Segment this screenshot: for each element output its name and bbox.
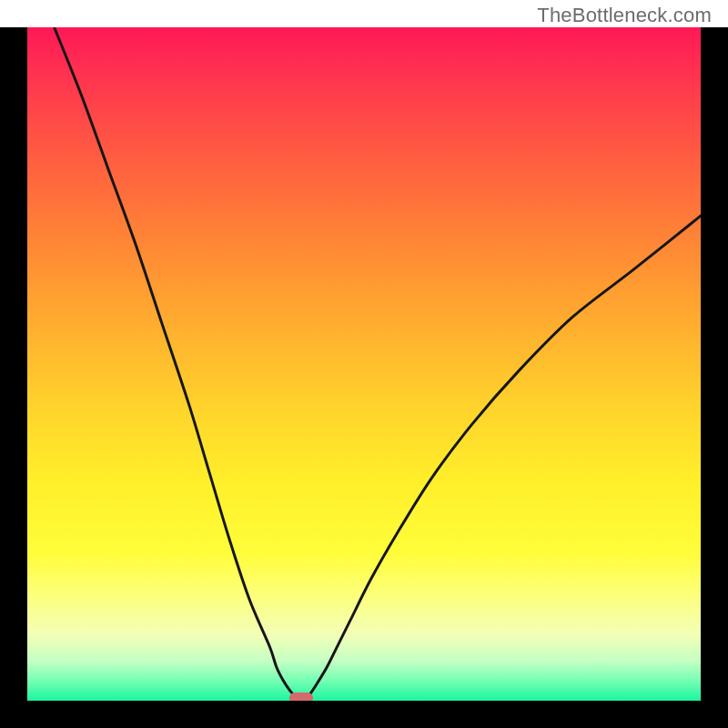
chart-frame (0, 27, 728, 728)
curve-path (55, 27, 701, 701)
vertex-marker (289, 693, 313, 701)
v-curve (27, 27, 701, 701)
chart-root: TheBottleneck.com (0, 0, 728, 728)
watermark-text: TheBottleneck.com (537, 4, 712, 27)
plot-area (27, 27, 701, 701)
